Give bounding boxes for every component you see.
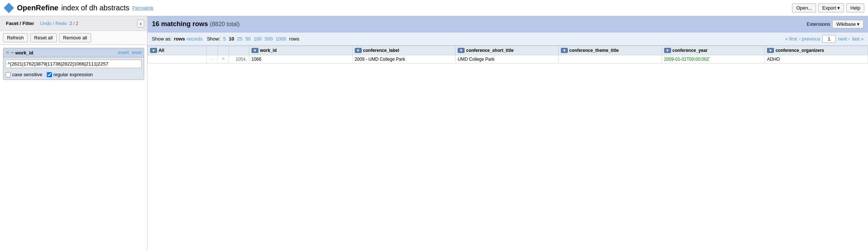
col-header-conference-short-title: ▼ conference_short_title: [455, 46, 559, 55]
regex-checkbox[interactable]: [47, 72, 52, 77]
col-header-flag: [218, 46, 229, 55]
case-sensitive-checkbox[interactable]: [6, 72, 11, 77]
work-id-cell: 1066: [249, 55, 353, 64]
count-500-link[interactable]: 500: [265, 36, 273, 42]
project-name: index of dh abstracts: [61, 4, 129, 12]
help-button[interactable]: Help: [846, 3, 864, 13]
next-page-link[interactable]: next ›: [838, 36, 850, 42]
remove-all-button[interactable]: Remove all: [59, 33, 91, 42]
show-records-link[interactable]: records: [187, 36, 202, 42]
refresh-button[interactable]: Refresh: [3, 33, 28, 42]
col-header-num: [229, 46, 249, 55]
export-button[interactable]: Export ▾: [818, 3, 844, 13]
facet-title-row: ✕ − work_id invert reset: [3, 48, 144, 57]
last-page-link[interactable]: last »: [852, 36, 864, 42]
count-1000-link[interactable]: 1000: [275, 36, 286, 42]
conference-year-col-dropdown[interactable]: ▼: [664, 48, 671, 53]
conference-short-title-col-dropdown[interactable]: ▼: [458, 48, 465, 53]
data-table: ▼ All ▼ work_id: [147, 46, 868, 64]
matching-info: 16 matching rows (8820 total): [152, 20, 240, 28]
col-header-star: [207, 46, 218, 55]
conference-theme-title-cell: [558, 55, 662, 64]
all-cell: [148, 55, 207, 64]
row-number-cell: 1054.: [229, 55, 249, 64]
count-25-link[interactable]: 25: [237, 36, 242, 42]
extensions-label: Extensions: [807, 21, 830, 27]
topbar: OpenRefine index of dh abstracts Permali…: [0, 0, 868, 16]
flag-cell[interactable]: ⚑: [218, 55, 229, 64]
regex-label[interactable]: regular expression: [47, 72, 93, 77]
facet-links: invert reset: [118, 50, 142, 55]
facet-invert-link[interactable]: invert: [118, 50, 129, 55]
show-rows-active[interactable]: rows: [174, 36, 185, 42]
col-header-all: ▼ All: [148, 46, 207, 55]
facet-text-input[interactable]: [6, 60, 142, 68]
first-page-link[interactable]: « first: [785, 36, 797, 42]
show-controls: Show as: rows records Show: 5 10 25 50 1…: [147, 32, 868, 46]
pagination: « first ‹ previous next › last »: [785, 35, 864, 43]
table-body: ☆ ⚑ 1054. 1066 2009 - UMD College Park U…: [148, 55, 868, 64]
conference-label-cell: 2009 - UMD College Park: [352, 55, 455, 64]
open-button[interactable]: Open...: [792, 3, 816, 13]
work-id-col-dropdown[interactable]: ▼: [251, 48, 258, 53]
facet-box: ✕ − work_id invert reset case sensitive: [3, 48, 144, 80]
facet-reset-link[interactable]: reset: [132, 50, 142, 55]
show-as-label: Show as:: [152, 36, 171, 42]
undo-redo-tab[interactable]: Undo / Redo 2 / 2: [37, 19, 81, 28]
all-col-dropdown[interactable]: ▼: [150, 48, 157, 53]
reset-all-button[interactable]: Reset all: [30, 33, 57, 42]
count-10-active: 10: [229, 36, 234, 42]
topbar-right: Open... Export ▾ Help: [792, 3, 864, 13]
facet-field-name: work_id: [15, 50, 33, 56]
facet-collapse-icon[interactable]: −: [11, 50, 14, 56]
count-100-link[interactable]: 100: [254, 36, 262, 42]
openrefine-logo: [4, 3, 14, 13]
show-count-label: Show:: [207, 36, 220, 42]
table-row: ☆ ⚑ 1054. 1066 2009 - UMD College Park U…: [148, 55, 868, 64]
wikibase-dropdown-icon: ▾: [857, 21, 860, 27]
table-container: ▼ All ▼ work_id: [147, 46, 868, 251]
app-title: OpenRefine: [17, 4, 58, 12]
left-panel-header: Facet / Filter Undo / Redo 2 / 2 ‹: [0, 16, 147, 31]
facet-input-row: [3, 57, 144, 70]
right-header: 16 matching rows (8820 total) Extensions…: [147, 16, 868, 32]
extensions-row: Extensions Wikibase ▾: [807, 20, 864, 28]
conference-theme-title-col-dropdown[interactable]: ▼: [561, 48, 568, 53]
collapse-button[interactable]: ‹: [137, 20, 144, 28]
col-header-conference-year: ▼ conference_year: [662, 46, 765, 55]
count-5-link[interactable]: 5: [223, 36, 226, 42]
right-panel: 16 matching rows (8820 total) Extensions…: [147, 16, 868, 251]
star-cell[interactable]: ☆: [207, 55, 218, 64]
col-header-work-id: ▼ work_id: [249, 46, 353, 55]
count-50-link[interactable]: 50: [246, 36, 251, 42]
conference-label-col-dropdown[interactable]: ▼: [355, 48, 362, 53]
wikibase-button[interactable]: Wikibase ▾: [832, 20, 864, 28]
conference-year-cell: 2009-01-01T00:00:00Z: [662, 55, 765, 64]
left-panel: Facet / Filter Undo / Redo 2 / 2 ‹ Refre…: [0, 16, 147, 251]
refresh-row: Refresh Reset all Remove all: [0, 31, 147, 45]
conference-short-title-cell: UMD College Park: [455, 55, 559, 64]
conference-organizers-col-dropdown[interactable]: ▼: [767, 48, 774, 53]
conference-organizers-cell: ADHO: [765, 55, 868, 64]
col-header-conference-organizers: ▼ conference_organizers: [765, 46, 868, 55]
rows-label: rows: [289, 36, 299, 42]
main-layout: Facet / Filter Undo / Redo 2 / 2 ‹ Refre…: [0, 16, 868, 251]
matching-rows-label: 16 matching rows (8820 total): [152, 20, 240, 28]
col-header-conference-theme-title: ▼ conference_theme_title: [558, 46, 662, 55]
page-number-input[interactable]: [822, 35, 836, 43]
case-sensitive-label[interactable]: case sensitive: [6, 72, 42, 77]
facet-filter-tab[interactable]: Facet / Filter: [3, 19, 37, 28]
permalink-link[interactable]: Permalink: [132, 5, 154, 11]
facet-close-icon[interactable]: ✕: [6, 50, 9, 55]
prev-page-link[interactable]: ‹ previous: [799, 36, 820, 42]
col-header-conference-label: ▼ conference_label: [352, 46, 455, 55]
facet-options: case sensitive regular expression: [3, 70, 144, 79]
topbar-left: OpenRefine index of dh abstracts Permali…: [4, 3, 154, 13]
